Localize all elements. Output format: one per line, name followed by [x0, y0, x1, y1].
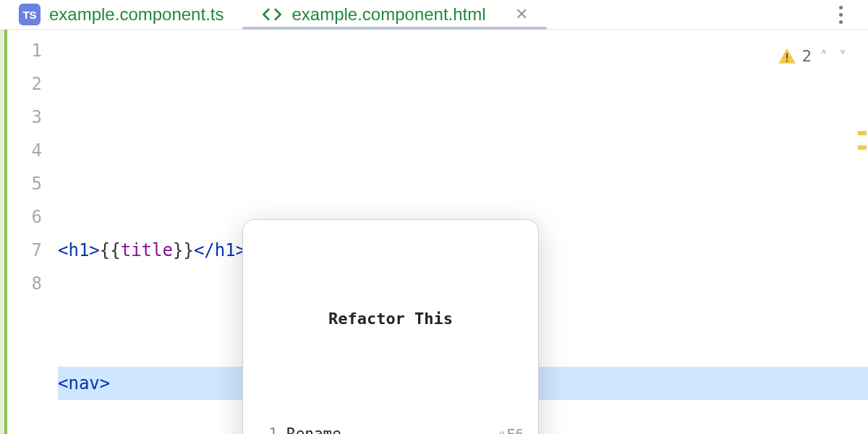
- html-file-icon: [261, 4, 283, 25]
- close-tab-icon[interactable]: ✕: [515, 5, 528, 24]
- line-number: 2: [7, 67, 42, 101]
- line-number: 7: [7, 234, 42, 267]
- popup-title: Refactor This: [243, 286, 538, 350]
- error-stripe-gutter[interactable]: [858, 30, 868, 434]
- svg-rect-0: [786, 54, 788, 59]
- prev-highlight-icon[interactable]: ˄: [817, 40, 830, 73]
- editor-tab-bar: TS example.component.ts example.componen…: [0, 0, 868, 30]
- warning-icon: [778, 47, 796, 66]
- warning-stripe[interactable]: [858, 145, 867, 150]
- item-index: 1: [258, 417, 278, 434]
- tab-example-component-ts[interactable]: TS example.component.ts: [0, 0, 242, 29]
- tab-example-component-html[interactable]: example.component.html ✕: [242, 0, 546, 29]
- item-shortcut: ⇧F6: [498, 417, 524, 434]
- line-number-gutter: 1 2 3 4 5 6 7 8: [7, 30, 58, 434]
- more-menu-icon[interactable]: [826, 0, 855, 29]
- ide-window: TS example.component.ts example.componen…: [0, 0, 868, 434]
- line-number: 6: [7, 200, 42, 234]
- tab-label: example.component.html: [292, 4, 485, 25]
- vcs-gutter: [0, 30, 7, 434]
- code-editor[interactable]: 1 2 3 4 5 6 7 8 2 ˄ ˅ <h1>{{title}}</h1>…: [0, 30, 868, 434]
- line-number: 1: [7, 34, 42, 67]
- line-number: 3: [7, 101, 42, 134]
- refactor-this-popup: Refactor This 1 Rename… ⇧F6 Extract/Intr…: [242, 219, 539, 434]
- code-area[interactable]: 2 ˄ ˅ <h1>{{title}}</h1> <nav> <a router…: [58, 30, 868, 434]
- item-label: Rename…: [286, 417, 498, 434]
- refactor-rename-item[interactable]: 1 Rename… ⇧F6: [243, 417, 538, 434]
- tab-label: example.component.ts: [49, 4, 224, 25]
- inspection-count: 2: [802, 40, 812, 73]
- line-number: 4: [7, 134, 42, 167]
- inspections-widget[interactable]: 2 ˄ ˅: [772, 37, 855, 76]
- svg-rect-1: [786, 60, 788, 61]
- next-highlight-icon[interactable]: ˅: [836, 40, 849, 73]
- warning-stripe[interactable]: [858, 131, 867, 135]
- line-number: 5: [7, 167, 42, 200]
- line-number: 8: [7, 267, 42, 300]
- ts-file-icon: TS: [19, 4, 41, 25]
